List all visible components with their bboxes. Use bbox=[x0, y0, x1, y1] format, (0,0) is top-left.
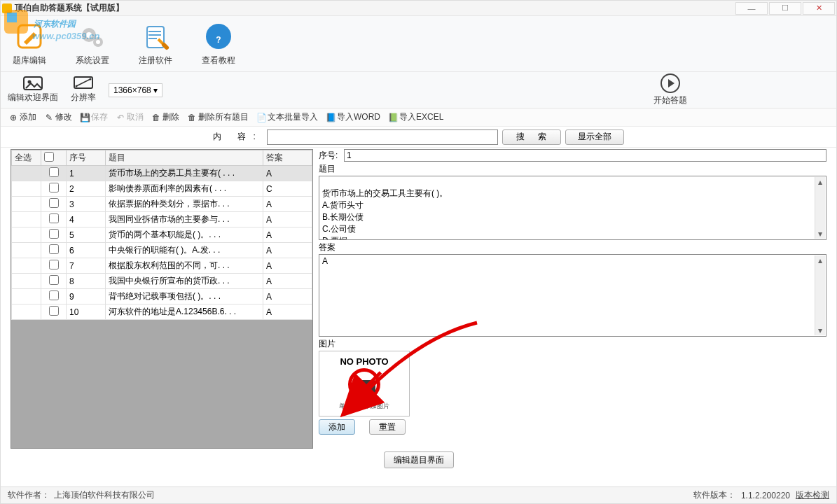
excel-icon: 📗 bbox=[389, 113, 397, 122]
image-add-button[interactable]: 添加 bbox=[319, 419, 355, 435]
row-checkbox[interactable] bbox=[49, 290, 59, 300]
cell-seq: 8 bbox=[67, 274, 106, 289]
version-label: 软件版本： bbox=[693, 489, 735, 501]
author-label: 软件作者： bbox=[8, 489, 50, 501]
answer-textarea[interactable]: A ▴▾ bbox=[319, 254, 826, 337]
cell-seq: 4 bbox=[67, 212, 106, 227]
trash-icon: 🗑 bbox=[152, 113, 160, 122]
row-checkbox[interactable] bbox=[49, 198, 59, 208]
table-row[interactable]: 2影响债券票面利率的因素有( . . .C bbox=[12, 181, 312, 197]
col-answer[interactable]: 答案 bbox=[263, 150, 312, 166]
grid-empty-area bbox=[11, 320, 312, 448]
edit-welcome-button[interactable]: 编辑欢迎界面 bbox=[8, 76, 58, 104]
table-row[interactable]: 6中央银行的职能有( )。A.发. . .A bbox=[12, 243, 312, 258]
table-row[interactable]: 3依据票据的种类划分，票据市. . .A bbox=[12, 197, 312, 212]
ribbon-register-software[interactable]: 注册软件 bbox=[134, 21, 177, 66]
plus-circle-icon: ⊕ bbox=[9, 113, 18, 122]
col-seq[interactable]: 序号 bbox=[67, 150, 106, 166]
cell-answer: A bbox=[263, 274, 312, 289]
start-answer-label: 开始答题 bbox=[511, 94, 829, 106]
cell-answer: A bbox=[263, 289, 312, 304]
ribbon-label: 系统设置 bbox=[71, 55, 114, 66]
cell-answer: A bbox=[263, 227, 312, 243]
action-import-word[interactable]: 📘导入WORD bbox=[326, 111, 380, 123]
action-delete-all[interactable]: 🗑删除所有题目 bbox=[188, 111, 249, 123]
row-checkbox[interactable] bbox=[49, 229, 59, 239]
cell-answer: C bbox=[263, 181, 312, 197]
help-icon: ? bbox=[203, 21, 234, 52]
resolution-select[interactable]: 1366×768 ▾ bbox=[109, 83, 162, 97]
row-checkbox[interactable] bbox=[49, 244, 59, 254]
cell-topic: 依据票据的种类划分，票据市. . . bbox=[106, 197, 263, 212]
undo-icon: ↶ bbox=[116, 113, 125, 122]
edit-page-button[interactable]: 编辑题目界面 bbox=[384, 451, 454, 468]
search-button[interactable]: 搜 索 bbox=[502, 130, 561, 145]
trash-all-icon: 🗑 bbox=[188, 113, 196, 122]
show-all-button[interactable]: 显示全部 bbox=[565, 130, 624, 145]
table-row[interactable]: 10河东软件的地址是A.123456B.6. . .A bbox=[12, 304, 312, 320]
cell-seq: 7 bbox=[67, 258, 106, 274]
select-all-checkbox[interactable] bbox=[44, 152, 54, 162]
action-label: 保存 bbox=[91, 111, 108, 123]
table-row[interactable]: 8我国中央银行所宣布的货币政. . .A bbox=[12, 274, 312, 289]
cell-topic: 河东软件的地址是A.123456B.6. . . bbox=[106, 304, 263, 320]
action-add[interactable]: ⊕添加 bbox=[9, 111, 36, 123]
row-checkbox[interactable] bbox=[49, 260, 59, 270]
svg-rect-5 bbox=[147, 27, 164, 48]
action-cancel: ↶取消 bbox=[116, 111, 144, 123]
edit-welcome-label: 编辑欢迎界面 bbox=[8, 92, 58, 104]
search-bar: 内 容: 搜 索 显示全部 bbox=[1, 127, 836, 148]
row-checkbox[interactable] bbox=[49, 306, 59, 316]
table-row[interactable]: 1货币市场上的交易工具主要有( . . .A bbox=[12, 166, 312, 181]
row-checkbox[interactable] bbox=[49, 214, 59, 223]
cell-answer: A bbox=[263, 304, 312, 320]
play-icon bbox=[660, 74, 680, 93]
close-button[interactable]: ✕ bbox=[803, 2, 835, 15]
row-checkbox[interactable] bbox=[49, 275, 59, 285]
scrollbar-vertical[interactable]: ▴▾ bbox=[815, 255, 825, 335]
table-row[interactable]: 5货币的两个基本职能是( )。. . .A bbox=[12, 227, 312, 243]
seq-input[interactable] bbox=[344, 149, 826, 162]
row-checkbox[interactable] bbox=[49, 183, 59, 192]
status-bar: 软件作者： 上海顶伯软件科技有限公司 软件版本： 1.1.2.200220 版本… bbox=[1, 486, 836, 503]
image-label: 图片 bbox=[319, 338, 826, 349]
topic-label: 题目 bbox=[319, 163, 826, 174]
table-row[interactable]: 9背书绝对记载事项包括( )。. . .A bbox=[12, 289, 312, 304]
col-topic[interactable]: 题目 bbox=[106, 150, 263, 166]
action-import-excel[interactable]: 📗导入EXCEL bbox=[389, 111, 443, 123]
ribbon-view-tutorial[interactable]: ? 查看教程 bbox=[197, 21, 240, 66]
cell-topic: 背书绝对记载事项包括( )。. . . bbox=[106, 289, 263, 304]
action-batch-import[interactable]: 📄文本批量导入 bbox=[257, 111, 318, 123]
question-grid[interactable]: 全选 序号 题目 答案 1货币市场上的交易工具主要有( . . .A2影响债券票… bbox=[11, 150, 312, 320]
search-input[interactable] bbox=[267, 130, 498, 145]
cell-topic: 中央银行的职能有( )。A.发. . . bbox=[106, 243, 263, 258]
table-row[interactable]: 4我国同业拆借市场的主要参与. . .A bbox=[12, 212, 312, 227]
register-doc-icon bbox=[140, 21, 171, 52]
ribbon-question-bank-edit[interactable]: 题库编辑 bbox=[8, 21, 51, 66]
row-checkbox[interactable] bbox=[49, 167, 59, 177]
ribbon-system-settings[interactable]: 系统设置 bbox=[71, 21, 114, 66]
topic-textarea[interactable]: 货币市场上的交易工具主要有( )。 A.货币头寸 B.长期公债 C.公司债 D.… bbox=[319, 176, 826, 240]
action-modify[interactable]: ✎修改 bbox=[45, 111, 72, 123]
detail-panel: 序号: 题目 货币市场上的交易工具主要有( )。 A.货币头寸 B.长期公债 C… bbox=[313, 149, 826, 449]
cell-topic: 货币的两个基本职能是( )。. . . bbox=[106, 227, 263, 243]
image-reset-button[interactable]: 重置 bbox=[369, 419, 406, 435]
minimize-button[interactable]: — bbox=[735, 2, 768, 15]
image-placeholder[interactable]: NO PHOTO 单击右键添加图片 bbox=[319, 351, 410, 416]
col-select-chk[interactable] bbox=[41, 150, 67, 166]
cell-topic: 货币市场上的交易工具主要有( . . . bbox=[106, 166, 263, 181]
app-icon bbox=[2, 4, 12, 13]
resolution-button[interactable]: 分辨率 bbox=[71, 76, 96, 104]
scrollbar-vertical[interactable]: ▴▾ bbox=[815, 177, 825, 239]
search-label: 内 容: bbox=[213, 131, 263, 143]
maximize-button[interactable]: ☐ bbox=[769, 2, 801, 15]
col-select-all[interactable]: 全选 bbox=[12, 150, 41, 166]
topic-text: 货币市场上的交易工具主要有( )。 A.货币头寸 B.长期公债 C.公司债 D.… bbox=[322, 188, 448, 240]
version-check-link[interactable]: 版本检测 bbox=[796, 489, 829, 501]
action-label: 文本批量导入 bbox=[268, 111, 318, 123]
action-label: 导入EXCEL bbox=[399, 111, 443, 123]
action-delete[interactable]: 🗑删除 bbox=[152, 111, 179, 123]
ribbon-label: 查看教程 bbox=[197, 55, 240, 66]
start-answer-button[interactable]: 开始答题 bbox=[511, 74, 829, 106]
table-row[interactable]: 7根据股东权利范围的不同，可. . .A bbox=[12, 258, 312, 274]
